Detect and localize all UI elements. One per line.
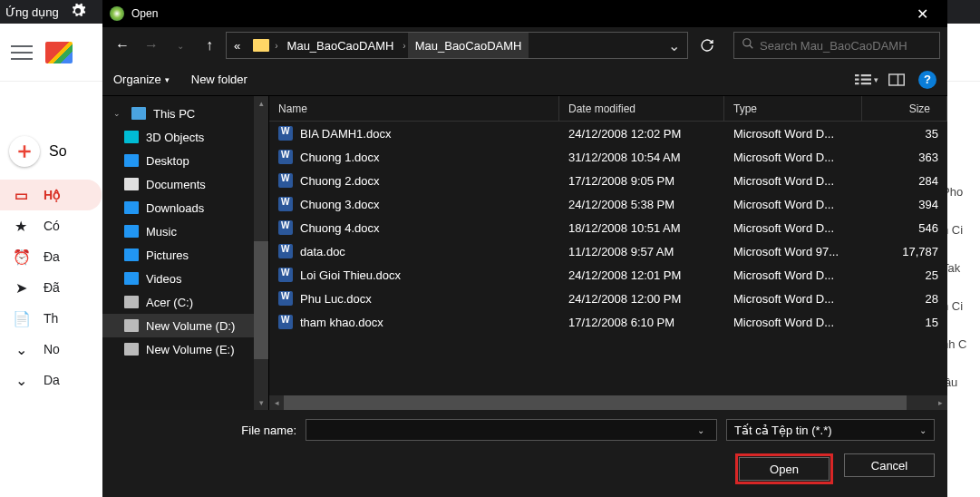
tree-item[interactable]: Music	[102, 219, 268, 243]
menu-icon[interactable]	[11, 45, 33, 60]
tree-item[interactable]: New Volume (E:)	[102, 337, 268, 361]
file-row[interactable]: Chuong 3.docx24/12/2008 5:38 PMMicrosoft…	[269, 192, 947, 216]
history-dropdown-icon[interactable]: ⌄	[168, 33, 193, 58]
chevron-right-icon[interactable]: ›	[401, 41, 407, 51]
chevron-down-icon[interactable]: ⌄	[691, 425, 711, 435]
column-name[interactable]: Name	[269, 96, 559, 121]
file-row[interactable]: Chuong 2.docx17/12/2008 9:05 PMMicrosoft…	[269, 169, 947, 192]
column-date[interactable]: Date modified	[559, 96, 724, 121]
gmail-sidebar: So ▭Hộ★Có⏰Đa➤Đã📄Th⌄No⌄Da	[0, 82, 102, 395]
file-size: 25	[862, 268, 947, 282]
file-size: 15	[862, 316, 947, 329]
column-type[interactable]: Type	[724, 96, 862, 121]
file-name: Chuong 1.docx	[300, 151, 379, 164]
tree-scrollbar[interactable]: ▴ ▾	[254, 96, 268, 410]
organize-menu[interactable]: Organize▾	[113, 73, 170, 86]
forward-icon[interactable]: →	[139, 33, 164, 58]
file-row[interactable]: Loi Gioi Thieu.docx24/12/2008 12:01 PMMi…	[269, 263, 947, 287]
refresh-icon[interactable]	[692, 38, 723, 53]
open-button-highlight: Open	[735, 453, 833, 484]
tree-item-icon	[124, 343, 139, 356]
file-row[interactable]: tham khao.docx17/12/2008 6:10 PMMicrosof…	[269, 310, 947, 334]
gmail-nav-item[interactable]: ➤Đã	[0, 272, 102, 303]
scroll-thumb[interactable]	[284, 395, 907, 410]
gmail-nav-item[interactable]: ⌄Da	[0, 365, 102, 395]
file-name: Phu Luc.docx	[300, 292, 372, 306]
help-icon[interactable]: ?	[918, 71, 936, 89]
tree-item-label: This PC	[153, 107, 195, 121]
tree-item[interactable]: 3D Objects	[102, 125, 268, 149]
tree-item-icon	[124, 131, 139, 143]
scroll-thumb[interactable]	[254, 241, 268, 359]
gmail-nav-item[interactable]: ★Có	[0, 210, 102, 241]
tree-item-label: 3D Objects	[146, 131, 204, 144]
gmail-nav-item[interactable]: 📄Th	[0, 303, 102, 334]
gmail-nav-item[interactable]: ▭Hộ	[0, 180, 102, 210]
new-folder-button[interactable]: New folder	[191, 73, 247, 86]
file-name: Chuong 3.docx	[300, 198, 379, 211]
compose-button[interactable]: So	[9, 136, 102, 167]
gmail-nav-item[interactable]: ⏰Đa	[0, 241, 102, 272]
word-file-icon	[278, 291, 293, 306]
tree-item[interactable]: New Volume (D:)	[102, 314, 268, 337]
gmail-nav-item[interactable]: ⌄No	[0, 334, 102, 365]
tree-item-icon	[124, 272, 139, 285]
plus-icon	[9, 136, 40, 167]
breadcrumb-part[interactable]: Mau_BaoCaoDAMH	[408, 33, 529, 58]
gear-icon[interactable]	[70, 3, 86, 22]
navigation-tree[interactable]: ⌄This PC3D ObjectsDesktopDocumentsDownlo…	[102, 96, 269, 410]
file-row[interactable]: Chuong 1.docx31/12/2008 10:54 AMMicrosof…	[269, 145, 947, 169]
word-file-icon	[278, 126, 293, 141]
tree-item[interactable]: Pictures	[102, 243, 268, 267]
tree-item[interactable]: Desktop	[102, 149, 268, 172]
file-row[interactable]: Chuong 4.docx18/12/2008 10:51 AMMicrosof…	[269, 216, 947, 239]
file-name: data.doc	[300, 245, 345, 258]
file-type: Microsoft Word D...	[724, 221, 862, 235]
up-icon[interactable]: ↑	[197, 33, 222, 58]
file-type-filter[interactable]: Tất cả Tệp tin (*.*) ⌄	[726, 419, 935, 441]
search-field[interactable]	[760, 39, 932, 53]
chevron-right-icon[interactable]: ›	[273, 41, 279, 51]
column-size[interactable]: Size	[862, 96, 947, 121]
breadcrumb-part[interactable]: Mau_BaoCaoDAMH	[280, 33, 402, 58]
file-row[interactable]: Phu Luc.docx24/12/2008 12:00 PMMicrosoft…	[269, 287, 947, 310]
open-button[interactable]: Open	[739, 457, 830, 481]
scroll-down-icon[interactable]: ▾	[254, 395, 268, 410]
column-headers[interactable]: Name Date modified Type Size	[269, 96, 947, 122]
tree-item-icon	[124, 319, 139, 332]
view-options-icon[interactable]	[854, 71, 872, 89]
tree-item-label: Videos	[146, 272, 182, 286]
file-row[interactable]: data.doc11/12/2008 9:57 AMMicrosoft Word…	[269, 239, 947, 263]
chevron-down-icon[interactable]: ⌄	[919, 425, 927, 435]
file-date: 24/12/2008 12:01 PM	[559, 268, 724, 282]
tree-item[interactable]: ⌄This PC	[102, 102, 268, 125]
dialog-titlebar[interactable]: Open ✕	[102, 0, 947, 27]
nav-icon: ★	[13, 218, 29, 235]
tree-item-label: Pictures	[146, 248, 189, 262]
scroll-up-icon[interactable]: ▴	[254, 96, 268, 111]
apps-label[interactable]: Ứng dụng	[5, 5, 59, 19]
cancel-button[interactable]: Cancel	[844, 453, 935, 477]
chevron-down-icon[interactable]: ⌄	[113, 109, 124, 118]
breadcrumb[interactable]: « › Mau_BaoCaoDAMH › Mau_BaoCaoDAMH ⌄	[226, 32, 688, 59]
tree-item[interactable]: Documents	[102, 172, 268, 196]
file-row[interactable]: BIA DAMH1.docx24/12/2008 12:02 PMMicroso…	[269, 122, 947, 145]
tree-item[interactable]: Acer (C:)	[102, 290, 268, 314]
filename-input[interactable]: ⌄	[306, 419, 717, 441]
close-icon[interactable]: ✕	[904, 5, 940, 23]
tree-item[interactable]: Downloads	[102, 196, 268, 219]
horizontal-scrollbar[interactable]: ◂ ▸	[269, 395, 947, 410]
scroll-left-icon[interactable]: ◂	[269, 398, 284, 407]
chevron-down-icon[interactable]: ⌄	[660, 37, 687, 54]
back-icon[interactable]: ←	[110, 33, 135, 58]
svg-rect-7	[889, 74, 905, 85]
svg-rect-6	[861, 83, 871, 84]
chevron-down-icon[interactable]: ▾	[874, 75, 878, 84]
search-input[interactable]	[733, 32, 940, 59]
preview-pane-icon[interactable]	[888, 71, 906, 89]
file-size: 394	[862, 198, 947, 211]
breadcrumb-ellipsis[interactable]: «	[227, 33, 247, 58]
scroll-right-icon[interactable]: ▸	[933, 398, 947, 407]
svg-rect-1	[855, 74, 859, 76]
tree-item[interactable]: Videos	[102, 267, 268, 290]
